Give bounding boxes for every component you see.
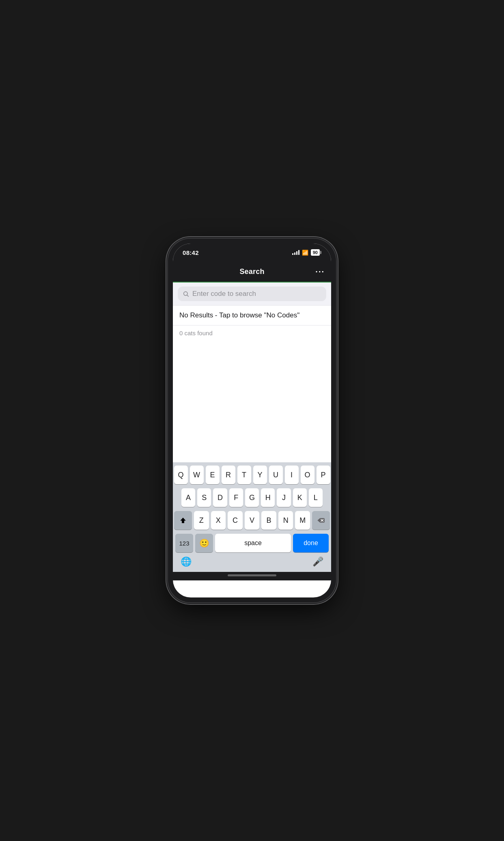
- wifi-icon: 📶: [302, 250, 308, 256]
- no-results-row[interactable]: No Results - Tap to browse "No Codes": [173, 306, 331, 326]
- svg-line-1: [187, 295, 189, 297]
- emoji-key[interactable]: 🙂: [195, 534, 213, 552]
- keyboard-row-2: A S D F G H J K L: [174, 488, 330, 507]
- status-icons: 📶 90: [292, 249, 321, 256]
- space-key[interactable]: space: [215, 534, 291, 552]
- key-e[interactable]: E: [206, 466, 220, 484]
- svg-point-0: [184, 292, 187, 295]
- key-h[interactable]: H: [261, 488, 275, 507]
- signal-bar-3: [296, 251, 297, 255]
- key-i[interactable]: I: [285, 466, 299, 484]
- keyboard-row-1: Q W E R T Y U I O P: [174, 466, 330, 484]
- backspace-key[interactable]: [312, 511, 330, 530]
- keyboard-row-3: Z X C V B N M: [174, 511, 330, 530]
- key-y[interactable]: Y: [253, 466, 267, 484]
- results-area: No Results - Tap to browse "No Codes" 0 …: [173, 306, 331, 462]
- shift-key[interactable]: [174, 511, 192, 530]
- search-container: [173, 282, 331, 306]
- key-a[interactable]: A: [181, 488, 195, 507]
- page-title: Search: [239, 267, 264, 276]
- search-input[interactable]: [192, 290, 321, 298]
- keyboard-extras: 🌐 🎤: [174, 554, 330, 570]
- numbers-key[interactable]: 123: [175, 534, 193, 552]
- keyboard-bottom-row: 123 🙂 space done: [174, 534, 330, 552]
- keyboard: Q W E R T Y U I O P A S D F G H J K: [173, 462, 331, 572]
- key-m[interactable]: M: [295, 511, 310, 530]
- key-b[interactable]: B: [261, 511, 276, 530]
- key-d[interactable]: D: [213, 488, 227, 507]
- no-results-text: No Results - Tap to browse "No Codes": [179, 311, 299, 319]
- key-f[interactable]: F: [229, 488, 243, 507]
- screen: 08:42 📶 90 Search ···: [173, 244, 331, 597]
- done-key[interactable]: done: [293, 534, 329, 552]
- status-time: 08:42: [183, 249, 199, 256]
- battery-tip: [320, 251, 321, 254]
- status-bar: 08:42 📶 90: [173, 244, 331, 261]
- empty-content-area: [173, 341, 331, 462]
- key-r[interactable]: R: [222, 466, 235, 484]
- key-p[interactable]: P: [317, 466, 330, 484]
- key-o[interactable]: O: [301, 466, 314, 484]
- signal-bar-1: [292, 253, 293, 255]
- home-bar: [228, 574, 276, 576]
- search-input-wrapper[interactable]: [178, 287, 326, 301]
- battery-icon: 90: [311, 249, 321, 256]
- notch: [222, 244, 282, 255]
- cats-found-text: 0 cats found: [173, 326, 331, 341]
- signal-bars-icon: [292, 250, 299, 255]
- phone-frame: 08:42 📶 90 Search ···: [168, 239, 336, 602]
- signal-bar-2: [294, 252, 295, 255]
- key-n[interactable]: N: [278, 511, 293, 530]
- nav-bar: Search ···: [173, 261, 331, 282]
- signal-bar-4: [298, 250, 299, 255]
- key-l[interactable]: L: [309, 488, 323, 507]
- key-x[interactable]: X: [211, 511, 226, 530]
- key-q[interactable]: Q: [174, 466, 188, 484]
- microphone-icon[interactable]: 🎤: [312, 556, 323, 567]
- key-u[interactable]: U: [269, 466, 283, 484]
- key-s[interactable]: S: [197, 488, 211, 507]
- home-indicator-bar: [173, 572, 331, 580]
- key-g[interactable]: G: [245, 488, 259, 507]
- key-k[interactable]: K: [293, 488, 307, 507]
- more-button[interactable]: ···: [315, 267, 325, 276]
- globe-icon[interactable]: 🌐: [181, 556, 192, 567]
- search-icon: [183, 291, 189, 297]
- battery-level: 90: [311, 249, 320, 256]
- key-c[interactable]: C: [228, 511, 243, 530]
- key-v[interactable]: V: [245, 511, 260, 530]
- key-j[interactable]: J: [277, 488, 291, 507]
- key-z[interactable]: Z: [194, 511, 209, 530]
- key-t[interactable]: T: [237, 466, 251, 484]
- key-w[interactable]: W: [190, 466, 204, 484]
